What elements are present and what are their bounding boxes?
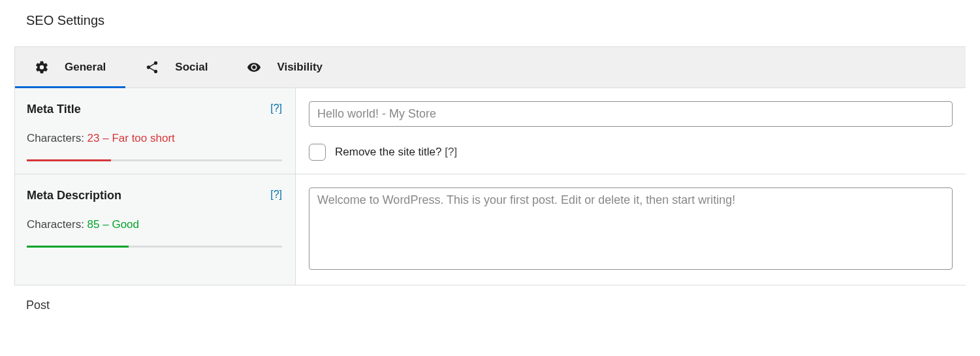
eye-icon — [247, 60, 261, 74]
meta-title-chars: Characters: 23 – Far too short — [27, 132, 282, 145]
meta-desc-progress — [27, 246, 282, 248]
meta-desc-progress-fill — [27, 246, 129, 248]
meta-desc-chars-value: 85 – Good — [87, 218, 139, 231]
meta-title-progress-fill — [27, 159, 111, 161]
row-meta-description: Meta Description [?] Characters: 85 – Go… — [15, 174, 966, 285]
meta-desc-content — [296, 174, 966, 285]
meta-desc-chars: Characters: 85 – Good — [27, 218, 282, 231]
meta-title-chars-label: Characters: — [27, 132, 87, 144]
tab-general[interactable]: General — [15, 47, 125, 88]
remove-site-title-label: Remove the site title? [?] — [335, 146, 457, 159]
row-meta-title: Meta Title [?] Characters: 23 – Far too … — [15, 88, 966, 174]
tab-social[interactable]: Social — [125, 47, 227, 88]
tab-general-label: General — [65, 61, 106, 74]
meta-title-progress — [27, 159, 282, 161]
tab-social-label: Social — [175, 61, 208, 74]
meta-title-input[interactable] — [309, 101, 953, 127]
tab-visibility-label: Visibility — [277, 61, 323, 74]
tabs: General Social Visibility — [15, 47, 966, 88]
footer-text: Post — [0, 285, 980, 325]
gear-icon — [35, 60, 49, 74]
meta-desc-sidebar: Meta Description [?] Characters: 85 – Go… — [15, 174, 296, 285]
meta-title-content: Remove the site title? [?] — [296, 88, 966, 174]
remove-site-title-help[interactable]: [?] — [445, 146, 457, 158]
meta-title-label: Meta Title — [27, 103, 81, 116]
meta-desc-help[interactable]: [?] — [270, 189, 282, 201]
seo-panel: General Social Visibility Meta Title [?]… — [14, 46, 966, 285]
meta-title-help[interactable]: [?] — [270, 103, 282, 114]
meta-title-sidebar: Meta Title [?] Characters: 23 – Far too … — [15, 88, 296, 174]
meta-desc-chars-label: Characters: — [27, 218, 87, 231]
share-icon — [145, 60, 159, 74]
remove-site-title-label-text: Remove the site title? — [335, 146, 445, 158]
remove-site-title-checkbox[interactable] — [309, 144, 326, 161]
page-title: SEO Settings — [0, 0, 980, 46]
meta-desc-label: Meta Description — [27, 189, 121, 202]
remove-site-title-row: Remove the site title? [?] — [309, 144, 953, 161]
meta-title-chars-value: 23 – Far too short — [87, 132, 175, 144]
meta-desc-input[interactable] — [309, 187, 953, 270]
tab-visibility[interactable]: Visibility — [227, 47, 342, 88]
